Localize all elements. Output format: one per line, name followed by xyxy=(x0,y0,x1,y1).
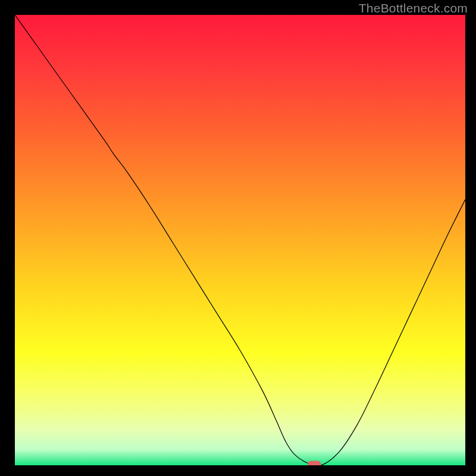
chart-svg xyxy=(15,15,465,465)
plot-area xyxy=(15,15,465,465)
minimum-marker xyxy=(308,461,321,466)
outer-frame: TheBottleneck.com xyxy=(0,0,476,476)
gradient-backdrop xyxy=(15,15,465,465)
watermark-text: TheBottleneck.com xyxy=(359,1,468,15)
